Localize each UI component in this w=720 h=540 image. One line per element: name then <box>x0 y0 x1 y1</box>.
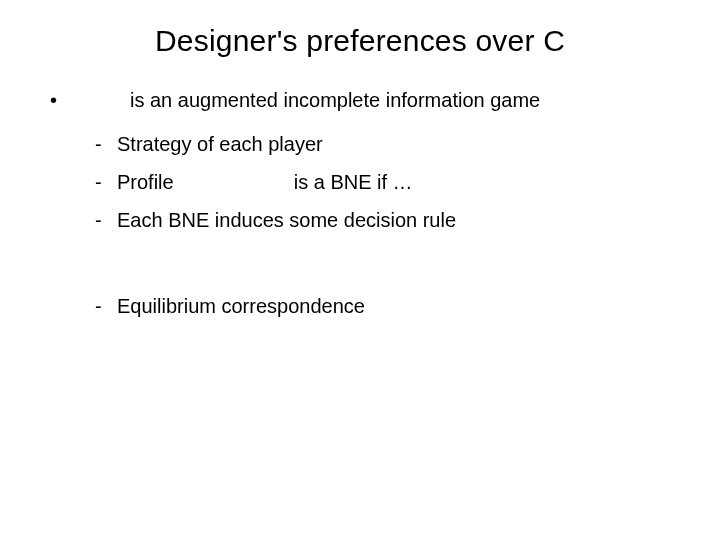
slide: Designer's preferences over C •is an aug… <box>0 0 720 540</box>
sub-bullet-2-suffix: is a BNE if … <box>294 170 413 194</box>
slide-title: Designer's preferences over C <box>0 24 720 58</box>
sub-bullet-2-prefix: Profile <box>117 170 174 194</box>
dash-marker: - <box>95 294 105 318</box>
dash-marker: - <box>95 132 105 156</box>
sub-bullet-2: -Profileis a BNE if … <box>95 170 413 194</box>
dash-marker: - <box>95 170 105 194</box>
main-bullet-text: is an augmented incomplete information g… <box>130 88 540 112</box>
sub-bullet-1: -Strategy of each player <box>95 132 323 156</box>
bullet-marker: • <box>50 88 56 112</box>
sub-bullet-1-text: Strategy of each player <box>117 132 323 156</box>
main-bullet: •is an augmented incomplete information … <box>50 88 540 112</box>
sub-bullet-4: -Equilibrium correspondence <box>95 294 365 318</box>
dash-marker: - <box>95 208 105 232</box>
sub-bullet-3-text: Each BNE induces some decision rule <box>117 208 456 232</box>
sub-bullet-4-text: Equilibrium correspondence <box>117 294 365 318</box>
sub-bullet-3: -Each BNE induces some decision rule <box>95 208 456 232</box>
